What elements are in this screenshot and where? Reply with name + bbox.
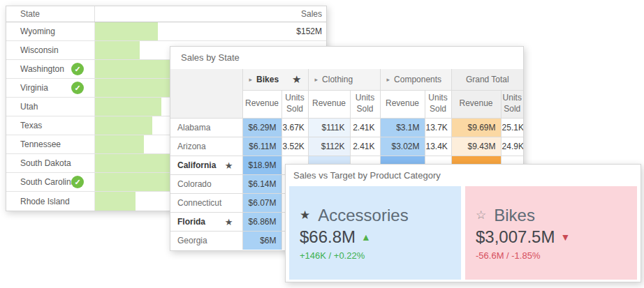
pivot-data-cell[interactable]: 25.1K [501, 118, 523, 137]
kpi-card-accessories[interactable]: ★Accessories$66.8M▲+146K / +0.22% [289, 186, 461, 280]
pivot-category-clothing[interactable]: ▸Clothing [308, 69, 380, 90]
pivot-category-grand-total[interactable]: Grand Total [451, 69, 523, 90]
state-label-cell: Virginia✓ [6, 79, 95, 97]
sales-data-bar [95, 60, 173, 78]
pivot-row-label[interactable]: Arizona [170, 137, 242, 156]
favorite-star-icon[interactable]: ★ [292, 73, 301, 86]
pivot-data-cell[interactable]: $6.14M [242, 174, 281, 193]
pivot-data-cell[interactable]: $9.43M [451, 137, 501, 156]
sales-data-bar [95, 116, 152, 135]
expand-arrow-icon[interactable]: ▸ [387, 76, 390, 83]
pivot-row-label[interactable]: California★ [170, 156, 242, 174]
category-label: Bikes [256, 75, 279, 84]
check-badge-icon: ✓ [71, 176, 84, 188]
pivot-row-label[interactable]: Georgia [170, 231, 242, 250]
state-label: South Dakota [20, 158, 71, 168]
pivot-title: Sales by State [170, 47, 523, 69]
check-badge-icon: ✓ [71, 63, 84, 75]
card-name: Accessories [318, 206, 408, 225]
pivot-data-cell[interactable]: 13.7K [425, 118, 451, 137]
sales-data-bar [95, 173, 173, 191]
state-label: Wyoming [20, 26, 55, 36]
sales-data-bar [95, 41, 140, 59]
kpi-title: Sales vs Target by Product Category [286, 165, 641, 186]
sales-data-bar [95, 192, 136, 211]
category-label: Clothing [322, 75, 353, 84]
card-value: $66.8M [300, 227, 356, 247]
category-label: Components [394, 75, 441, 84]
pivot-data-cell[interactable]: 24.9K [501, 137, 523, 156]
pivot-row-arizona: Arizona$6.11M3.52K$112K2.41K$3.02M13.4K$… [170, 137, 523, 156]
subheader-units-grand-total[interactable]: Units Sold [501, 90, 523, 118]
pivot-row-label[interactable]: Connecticut [170, 193, 242, 212]
expand-arrow-icon[interactable]: ▸ [315, 76, 319, 83]
sales-data-bar [95, 154, 173, 172]
subheader-revenue-bikes[interactable]: Revenue [242, 90, 281, 118]
subheader-revenue-components[interactable]: Revenue [380, 90, 425, 118]
sales-bar-cell: $152M [95, 22, 326, 40]
column-header-sales[interactable]: Sales [95, 6, 326, 22]
pivot-data-cell[interactable]: 3.67K [281, 118, 308, 137]
sales-vs-target-panel: Sales vs Target by Product Category ★Acc… [285, 164, 641, 282]
sales-data-bar [95, 135, 144, 153]
subheader-units-components[interactable]: Units Sold [425, 90, 451, 118]
subheader-revenue-grand-total[interactable]: Revenue [451, 90, 501, 118]
pivot-category-row: ▸Bikes★▸Clothing▸ComponentsGrand Total [170, 69, 523, 90]
trend-down-icon: ▼ [560, 232, 570, 243]
pivot-data-cell[interactable]: $6.07M [242, 193, 281, 212]
pivot-data-cell[interactable]: $6.86M [242, 212, 281, 231]
pivot-data-cell[interactable]: $3.1M [380, 118, 425, 137]
state-label: Virginia [20, 83, 48, 93]
pivot-category-bikes[interactable]: ▸Bikes★ [242, 69, 308, 90]
favorite-star-filled-icon[interactable]: ★ [300, 208, 310, 222]
state-label-cell: Rhode Island [6, 192, 95, 211]
sales-data-bar [95, 22, 158, 40]
pivot-data-cell[interactable]: $6M [242, 231, 281, 250]
state-label-cell: Washington✓ [6, 60, 95, 78]
pivot-data-cell[interactable]: 2.41K [350, 137, 380, 156]
pivot-row-alabama: Alabama$6.29M3.67K$111K2.41K$3.1M13.7K$9… [170, 118, 523, 137]
kpi-card-bikes[interactable]: ☆Bikes$3,007.5M▼-56.6M / -1.85% [465, 186, 637, 280]
pivot-data-cell[interactable]: $9.69M [451, 118, 501, 137]
pivot-data-cell[interactable]: 2.41K [350, 118, 380, 137]
favorite-star-icon[interactable]: ★ [225, 160, 233, 170]
subheader-revenue-clothing[interactable]: Revenue [308, 90, 350, 118]
pivot-data-cell[interactable]: $3.02M [380, 137, 425, 156]
grid-row-wyoming[interactable]: Wyoming$152M [6, 22, 326, 41]
pivot-data-cell[interactable]: $6.11M [242, 137, 281, 156]
pivot-corner-cell [170, 69, 242, 118]
state-label-cell: Wisconsin [6, 41, 95, 59]
pivot-data-cell[interactable]: 3.52K [281, 137, 308, 156]
state-label-cell: Utah [6, 98, 95, 116]
sales-data-bar [95, 98, 161, 116]
pivot-data-cell[interactable]: $111K [308, 118, 350, 137]
pivot-category-components[interactable]: ▸Components [380, 69, 451, 90]
state-label-cell: South Carolina✓ [6, 173, 95, 191]
subheader-units-clothing[interactable]: Units Sold [350, 90, 380, 118]
pivot-row-label[interactable]: Alabama [170, 118, 242, 137]
card-value: $3,007.5M [476, 227, 555, 247]
favorite-star-outline-icon[interactable]: ☆ [476, 208, 486, 222]
state-label: Wisconsin [20, 45, 59, 55]
state-label: Utah [20, 102, 38, 112]
pivot-data-cell[interactable]: $112K [308, 137, 350, 156]
pivot-row-label[interactable]: Florida★ [170, 212, 242, 231]
pivot-row-label[interactable]: Colorado [170, 174, 242, 193]
expand-arrow-icon[interactable]: ▸ [249, 76, 253, 83]
sales-value: $152M [296, 22, 322, 40]
card-name: Bikes [494, 206, 535, 225]
favorite-star-icon[interactable]: ★ [225, 216, 233, 227]
subheader-units-bikes[interactable]: Units Sold [281, 90, 308, 118]
state-label-cell: Tennessee [6, 135, 95, 153]
category-label: Grand Total [466, 75, 509, 84]
card-delta: +146K / +0.22% [300, 250, 461, 261]
sales-data-bar [95, 79, 173, 97]
pivot-data-cell[interactable]: $18.9M [242, 156, 281, 174]
state-label: Rhode Island [20, 197, 70, 206]
pivot-data-cell[interactable]: $6.29M [242, 118, 281, 137]
state-label-cell: Texas [6, 116, 95, 135]
column-header-state[interactable]: State [6, 6, 95, 22]
state-label: Tennessee [20, 139, 61, 149]
pivot-data-cell[interactable]: 13.4K [425, 137, 451, 156]
card-delta: -56.6M / -1.85% [476, 250, 637, 261]
